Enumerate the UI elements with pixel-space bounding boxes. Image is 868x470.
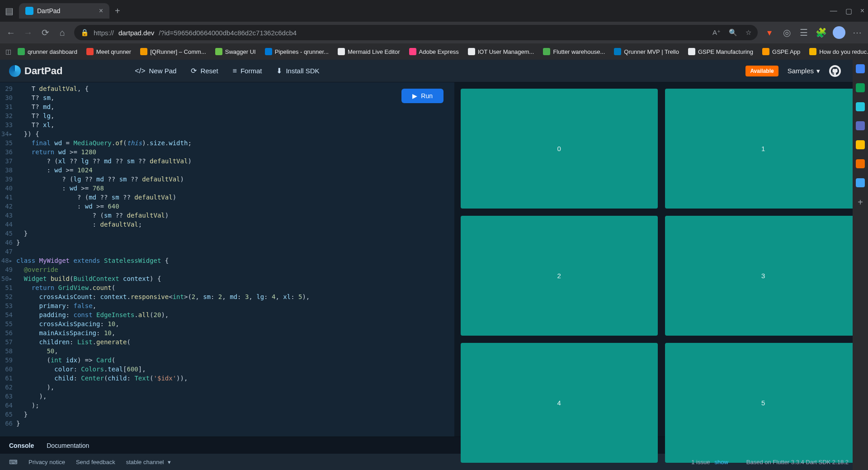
rail-icon-5[interactable]	[856, 140, 865, 149]
search-rail-icon[interactable]	[856, 64, 865, 73]
bookmark-favicon	[215, 48, 222, 55]
bookmark-favicon	[86, 48, 94, 55]
reset-button[interactable]: ⟳Reset	[185, 64, 223, 78]
bookmark-item[interactable]: Swagger UI	[212, 46, 259, 57]
bookmark-favicon	[614, 48, 621, 55]
sdk-version: Based on Flutter 3.3.4 Dart SDK 2.18.2	[746, 459, 849, 465]
window-close-icon[interactable]: ×	[860, 7, 864, 15]
run-label: Run	[421, 92, 433, 100]
bookmark-item[interactable]: Qrunner MVP | Trello	[611, 46, 682, 57]
bookmarks-bar: ◫ qrunner dashboardMeet qrunner[QRunner]…	[0, 43, 868, 60]
bookmark-label: [QRunner] – Comm...	[150, 48, 206, 55]
show-issues-link[interactable]: show	[714, 459, 728, 465]
github-icon[interactable]	[829, 65, 841, 77]
preview-pane: 012345	[454, 82, 868, 437]
bookmark-label: Adobe Express	[419, 48, 459, 55]
keyboard-icon[interactable]: ⌨	[9, 459, 18, 465]
rail-icon-7[interactable]	[856, 178, 865, 187]
browser-menu-icon[interactable]: ⋯	[852, 27, 863, 38]
dartpad-logo-icon	[9, 65, 21, 77]
code-editor[interactable]: 293031323334▸353637383940414243444546474…	[0, 82, 454, 437]
browser-toolbar: ← → ⟳ ⌂ 🔒 https://dartpad.dev/?id=59656d…	[0, 22, 868, 43]
samples-label: Samples	[788, 67, 814, 75]
tab-title: DartPad	[37, 7, 60, 14]
samples-dropdown[interactable]: Samples▾	[788, 67, 820, 75]
apps-icon[interactable]: ◫	[5, 48, 11, 55]
rail-add-icon[interactable]: +	[858, 197, 863, 208]
rail-icon-6[interactable]	[856, 159, 865, 168]
read-aloud-icon[interactable]: A⁺	[712, 28, 721, 37]
format-icon: ≡	[233, 67, 237, 75]
preview-grid[interactable]: 012345	[461, 89, 862, 430]
new-pad-button[interactable]: </>New Pad	[129, 64, 182, 78]
bookmark-item[interactable]: Mermaid Live Editor	[335, 46, 403, 57]
url-domain: dartpad.dev	[118, 29, 154, 37]
nav-forward-icon[interactable]: →	[23, 28, 33, 38]
bookmark-favicon	[688, 48, 695, 55]
console-tab[interactable]: Console	[9, 442, 34, 449]
rewards-icon[interactable]: ◎	[781, 27, 792, 38]
bookmark-label: Meet qrunner	[96, 48, 131, 55]
bookmark-item[interactable]: qrunner dashboard	[15, 46, 80, 57]
channel-label: stable channel	[126, 459, 164, 465]
window-menu-icon[interactable]: ▤	[4, 5, 14, 16]
documentation-tab[interactable]: Documentation	[47, 442, 89, 449]
bookmark-item[interactable]: [QRunner] – Comm...	[137, 46, 209, 57]
preview-card: 5	[665, 343, 862, 463]
browser-tab-strip: ▤ DartPad × + — ▢ ×	[0, 0, 868, 22]
bookmark-item[interactable]: How do you reduc...	[807, 46, 868, 57]
format-button[interactable]: ≡Format	[227, 64, 268, 78]
bookmark-favicon	[543, 48, 550, 55]
nav-home-icon[interactable]: ⌂	[57, 28, 68, 38]
window-minimize-icon[interactable]: —	[830, 7, 837, 15]
install-label: Install SDK	[286, 67, 319, 75]
rail-icon-3[interactable]	[856, 102, 865, 111]
new-tab-button[interactable]: +	[115, 6, 120, 16]
bookmark-item[interactable]: Pipelines - qrunner...	[262, 46, 331, 57]
extensions-icon[interactable]: 🧩	[816, 27, 826, 38]
privacy-link[interactable]: Privacy notice	[28, 459, 65, 465]
bookmark-favicon	[468, 48, 475, 55]
rail-icon-2[interactable]	[856, 83, 865, 92]
nav-reload-icon[interactable]: ⟳	[40, 27, 51, 38]
zoom-icon[interactable]: 🔍	[729, 28, 737, 37]
bookmark-star-icon[interactable]: ☆	[745, 28, 751, 37]
dartpad-header: DartPad </>New Pad ⟳Reset ≡Format ⬇Insta…	[0, 60, 868, 82]
bookmark-item[interactable]: GSPE App	[760, 46, 803, 57]
bookmark-label: Mermaid Live Editor	[348, 48, 400, 55]
bookmark-item[interactable]: Flutter warehouse...	[540, 46, 608, 57]
bookmark-favicon	[409, 48, 416, 55]
url-prefix: https://	[94, 29, 114, 37]
preview-card: 3	[665, 216, 862, 336]
code-content[interactable]: T defaultVal, { T? sm, T? md, T? lg, T? …	[16, 82, 454, 437]
workspace: 293031323334▸353637383940414243444546474…	[0, 82, 868, 437]
run-button[interactable]: ▶ Run	[401, 89, 443, 103]
bookmark-favicon	[762, 48, 769, 55]
bookmark-item[interactable]: IOT User Managem...	[465, 46, 537, 57]
bookmark-label: Pipelines - qrunner...	[275, 48, 329, 55]
bookmark-item[interactable]: GSPE Manufacturing	[685, 46, 756, 57]
install-sdk-button[interactable]: ⬇Install SDK	[271, 64, 325, 78]
bookmark-label: qrunner dashboard	[28, 48, 77, 55]
browser-side-panel: +	[853, 60, 868, 470]
feedback-link[interactable]: Send feedback	[76, 459, 115, 465]
tab-favicon	[25, 7, 33, 15]
bookmark-item[interactable]: Meet qrunner	[84, 46, 134, 57]
address-bar[interactable]: 🔒 https://dartpad.dev/?id=59656d0664000d…	[74, 25, 758, 40]
bookmark-label: How do you reduc...	[819, 48, 868, 55]
window-maximize-icon[interactable]: ▢	[845, 7, 852, 15]
rail-icon-4[interactable]	[856, 121, 865, 130]
wallet-icon[interactable]: ☰	[798, 27, 809, 38]
bookmark-label: Qrunner MVP | Trello	[624, 48, 679, 55]
new-pad-label: New Pad	[149, 67, 177, 75]
channel-select[interactable]: stable channel▾	[126, 459, 171, 465]
reset-icon: ⟳	[191, 66, 197, 75]
dartpad-title: DartPad	[24, 65, 62, 77]
browser-tab[interactable]: DartPad ×	[19, 3, 109, 19]
tab-close-icon[interactable]: ×	[99, 7, 103, 15]
profile-avatar[interactable]	[833, 26, 845, 39]
nav-back-icon[interactable]: ←	[5, 28, 16, 38]
brave-shield-icon[interactable]: ▾	[764, 27, 775, 38]
bookmark-item[interactable]: Adobe Express	[406, 46, 462, 57]
preview-card: 4	[461, 343, 658, 463]
